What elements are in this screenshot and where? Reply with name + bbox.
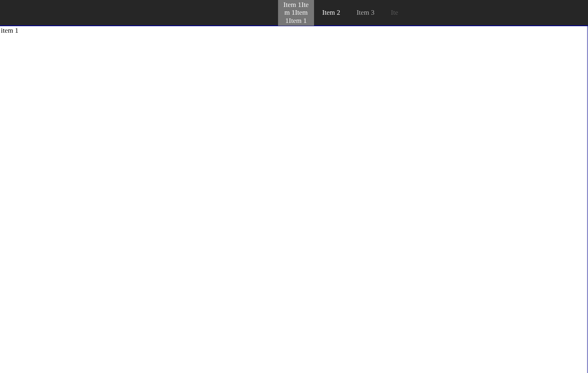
nav-item-4[interactable]: Ite bbox=[383, 0, 406, 26]
nav-item-3[interactable]: Item 3 bbox=[348, 0, 383, 26]
nav-item-2[interactable]: Item 2 bbox=[314, 0, 348, 26]
nav-item-1[interactable]: Item 1Item 1Item 1Item 1 bbox=[278, 0, 314, 26]
section-1-label: item 1 bbox=[0, 26, 587, 35]
content-section-1: item 1 bbox=[0, 26, 588, 373]
navbar: Item 1Item 1Item 1Item 1 Item 2 Item 3 I… bbox=[0, 0, 588, 26]
